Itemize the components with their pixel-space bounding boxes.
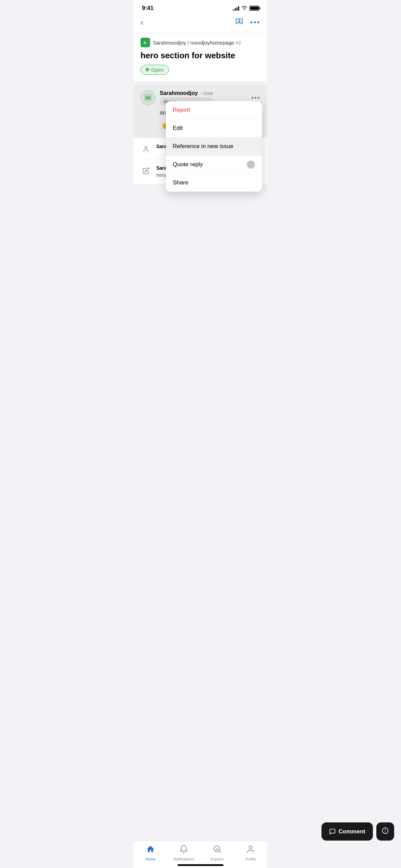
signal-icon <box>233 6 239 11</box>
svg-rect-2 <box>144 41 145 42</box>
edit-icon <box>141 165 151 176</box>
svg-rect-4 <box>144 44 146 44</box>
battery-icon <box>250 6 259 11</box>
context-menu: Report Edit Reference in new issue Quote… <box>166 101 262 192</box>
status-icons <box>233 5 259 11</box>
open-label: Open <box>151 67 164 73</box>
comment-section: Sarahmoodjoy · now Owner ••• animation 🙂… <box>134 85 267 138</box>
repo-name: Sarahmoodjoy / moodjoyhomepage #2 <box>153 40 241 46</box>
svg-rect-3 <box>144 43 147 43</box>
context-menu-quote-reply[interactable]: Quote reply <box>166 156 262 174</box>
open-dot <box>146 68 149 71</box>
status-time: 9:41 <box>142 5 154 12</box>
breadcrumb: Sarahmoodjoy / moodjoyhomepage #2 <box>141 38 260 47</box>
repo-avatar <box>141 38 150 47</box>
nav-bar: ‹ ••• <box>134 14 267 32</box>
issue-header: Sarahmoodjoy / moodjoyhomepage #2 hero s… <box>134 32 267 82</box>
open-badge: Open <box>141 65 169 75</box>
issue-title: hero section for website <box>141 51 260 61</box>
wifi-icon <box>241 5 247 11</box>
context-menu-edit[interactable]: Edit <box>166 119 262 137</box>
more-icon[interactable]: ••• <box>250 19 260 26</box>
person-icon <box>141 144 151 155</box>
back-button[interactable]: ‹ <box>141 17 144 28</box>
context-menu-report[interactable]: Report <box>166 101 262 119</box>
status-bar: 9:41 <box>134 0 267 14</box>
context-menu-reference[interactable]: Reference in new issue <box>166 137 262 156</box>
svg-point-9 <box>145 146 147 149</box>
share-icon[interactable] <box>235 18 243 27</box>
nav-actions: ••• <box>235 18 260 27</box>
context-menu-share[interactable]: Share <box>166 174 262 192</box>
